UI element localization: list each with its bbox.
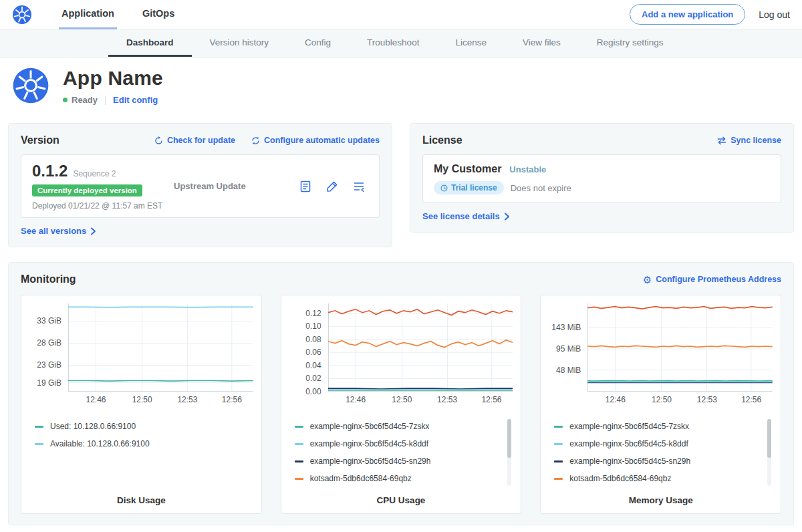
version-card: Version Check for update Configure autom… [8,123,392,247]
legend-swatch [554,478,563,480]
deploy-logs-icon[interactable] [352,180,366,193]
x-tick-label: 12:53 [437,395,457,404]
chart-legend: Used: 10.128.0.66:9100Available: 10.128.… [35,418,253,452]
tab-registry-settings[interactable]: Registry settings [579,29,682,57]
auto-update-icon [251,136,260,145]
chart-title: Memory Usage [549,487,773,508]
trial-license-badge: Trial license [434,181,504,194]
legend-label: example-nginx-5bc6f5d4c5-7zskx [310,422,430,431]
legend-label: Available: 10.128.0.66:9100 [50,439,150,448]
legend-swatch [554,460,563,462]
expiry-label: Does not expire [511,183,571,193]
y-tick-label: 143 MiB [551,323,581,332]
y-tick-label: 0.06 [305,348,321,357]
configure-automatic-updates-label: Configure automatic updates [264,136,380,145]
app-subnav: Dashboard Version history Config Trouble… [0,29,802,57]
legend-swatch [554,426,563,428]
chevron-right-icon [504,213,510,221]
x-tick-label: 12:46 [346,395,366,404]
x-tick-label: 12:46 [86,395,106,404]
check-for-update-link[interactable]: Check for update [154,136,235,145]
status-dot [63,98,68,102]
memory-usage-chart: 143 MiB95 MiB48 MiB 12:4612:5012:5312:56… [540,295,781,514]
upstream-update-label: Upstream Update [174,181,299,191]
y-tick-label: 33 GiB [37,316,61,325]
logout-link[interactable]: Log out [759,9,790,20]
x-tick-label: 12:46 [606,395,626,404]
y-tick-label: 0.04 [305,361,321,370]
legend-label: example-nginx-5bc6f5d4c5-sn29h [310,456,431,466]
legend-swatch [554,443,563,445]
legend-item: kotsadm-5db6dc6584-69qbz [295,470,500,487]
legend-scrollbar[interactable] [767,419,771,486]
x-tick-label: 12:56 [222,395,242,404]
legend-scrollbar-thumb[interactable] [767,419,771,458]
y-tick-label: 23 GiB [37,360,61,370]
tab-version-history[interactable]: Version history [192,29,287,57]
chart-plot [328,303,513,392]
release-notes-icon[interactable] [299,180,312,193]
kubernetes-logo-icon[interactable] [12,5,32,25]
legend-label: example-nginx-5bc6f5d4c5-k8ddf [569,439,688,448]
license-box: My Customer Unstable Trial license Does … [422,154,781,203]
tab-troubleshoot[interactable]: Troubleshoot [349,29,437,57]
y-tick-label: 28 GiB [37,338,61,348]
tab-config[interactable]: Config [287,29,349,57]
primary-nav: Application GitOps [59,0,200,29]
nav-tab-gitops[interactable]: GitOps [140,0,177,29]
tab-view-files[interactable]: View files [505,29,579,57]
legend-item: example-nginx-5bc6f5d4c5-7zskx [554,418,759,435]
legend-swatch [35,426,43,428]
see-all-versions-link[interactable]: See all versions [21,226,380,236]
sync-license-link[interactable]: Sync license [717,136,781,145]
refresh-icon [154,136,163,145]
disk-usage-chart: 33 GiB28 GiB23 GiB19 GiB 12:4612:5012:53… [21,295,262,514]
legend-item: Available: 10.128.0.66:9100 [35,435,240,452]
configure-prometheus-link[interactable]: ⚙ Configure Prometheus Address [643,275,781,285]
legend-label: kotsadm-5db6dc6584-69qbz [310,474,412,483]
x-tick-label: 12:50 [652,395,672,404]
edit-config-icon[interactable] [325,180,339,193]
nav-tab-application[interactable]: Application [59,0,117,29]
x-tick-label: 12:53 [177,395,197,404]
top-navbar: Application GitOps Add a new application… [0,0,802,29]
x-axis-labels: 12:4612:5012:5312:56 [587,395,773,407]
chart-legend: example-nginx-5bc6f5d4c5-7zskxexample-ng… [295,418,513,487]
x-tick-label: 12:50 [392,395,412,404]
see-all-versions-label: See all versions [21,226,86,236]
page-title: App Name [63,67,163,90]
gear-icon: ⚙ [643,275,652,285]
sync-license-label: Sync license [730,136,781,145]
check-for-update-label: Check for update [167,136,235,145]
tab-dashboard[interactable]: Dashboard [108,29,192,57]
add-application-button[interactable]: Add a new application [630,4,745,25]
customer-name: My Customer [434,163,501,175]
edit-config-link[interactable]: Edit config [113,95,158,105]
chart-title: Disk Usage [29,487,253,508]
legend-item: example-nginx-5bc6f5d4c5-k8ddf [554,435,759,452]
chart-legend: example-nginx-5bc6f5d4c5-7zskxexample-ng… [554,418,773,487]
legend-label: example-nginx-5bc6f5d4c5-sn29h [569,456,690,466]
tab-license[interactable]: License [437,29,505,57]
chart-plot [68,303,253,392]
x-tick-label: 12:53 [697,395,717,404]
configure-prometheus-label: Configure Prometheus Address [656,275,781,284]
sequence-label: Sequence 2 [73,169,116,178]
version-number: 0.1.2 [32,162,68,180]
legend-label: example-nginx-5bc6f5d4c5-7zskx [569,422,689,431]
cpu-usage-chart: 0.120.100.080.060.040.020.00 12:4612:501… [281,295,522,514]
status-badge: Ready [72,95,98,105]
y-tick-label: 0.10 [305,321,321,331]
main-content: Version Check for update Configure autom… [0,118,802,532]
x-tick-label: 12:50 [132,395,152,404]
sync-icon [717,136,726,145]
configure-automatic-updates-link[interactable]: Configure automatic updates [251,136,380,145]
y-tick-label: 48 MiB [556,366,581,375]
license-card: License Sync license My Customer Unstabl… [410,123,794,233]
legend-item: example-nginx-5bc6f5d4c5-sn29h [295,452,500,470]
see-license-details-link[interactable]: See license details [422,211,781,221]
x-tick-label: 12:56 [482,395,502,404]
y-tick-label: 0.08 [305,335,321,344]
legend-scrollbar[interactable] [507,419,511,486]
legend-scrollbar-thumb[interactable] [507,419,511,458]
